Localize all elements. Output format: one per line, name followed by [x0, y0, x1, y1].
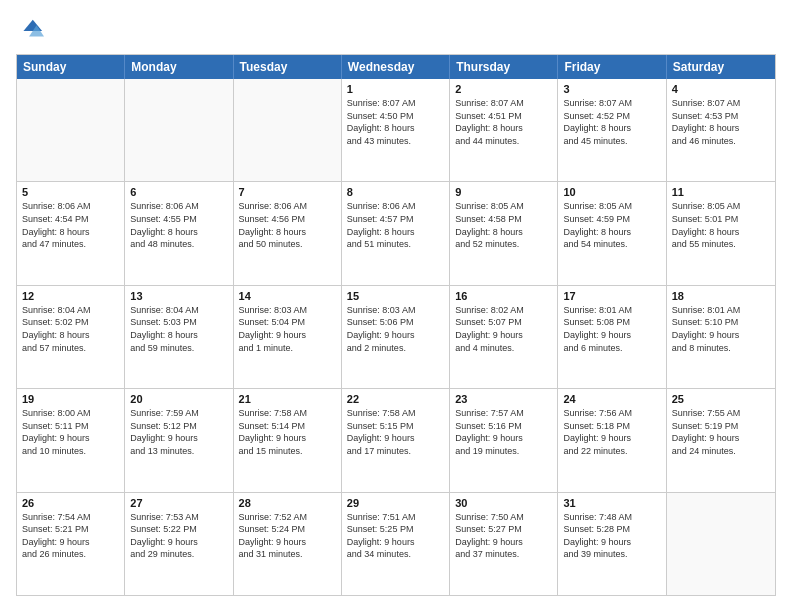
day-info: Sunrise: 7:53 AM Sunset: 5:22 PM Dayligh…	[130, 511, 227, 561]
cal-cell: 26Sunrise: 7:54 AM Sunset: 5:21 PM Dayli…	[17, 493, 125, 595]
calendar-body: 1Sunrise: 8:07 AM Sunset: 4:50 PM Daylig…	[17, 79, 775, 595]
cal-cell: 8Sunrise: 8:06 AM Sunset: 4:57 PM Daylig…	[342, 182, 450, 284]
day-info: Sunrise: 7:52 AM Sunset: 5:24 PM Dayligh…	[239, 511, 336, 561]
cal-cell: 13Sunrise: 8:04 AM Sunset: 5:03 PM Dayli…	[125, 286, 233, 388]
cal-cell: 31Sunrise: 7:48 AM Sunset: 5:28 PM Dayli…	[558, 493, 666, 595]
day-info: Sunrise: 8:06 AM Sunset: 4:56 PM Dayligh…	[239, 200, 336, 250]
logo-icon	[16, 16, 44, 44]
day-info: Sunrise: 7:58 AM Sunset: 5:15 PM Dayligh…	[347, 407, 444, 457]
day-number: 14	[239, 290, 336, 302]
day-info: Sunrise: 8:01 AM Sunset: 5:08 PM Dayligh…	[563, 304, 660, 354]
day-info: Sunrise: 7:57 AM Sunset: 5:16 PM Dayligh…	[455, 407, 552, 457]
col-header-wednesday: Wednesday	[342, 55, 450, 79]
day-info: Sunrise: 7:50 AM Sunset: 5:27 PM Dayligh…	[455, 511, 552, 561]
day-info: Sunrise: 8:06 AM Sunset: 4:57 PM Dayligh…	[347, 200, 444, 250]
day-number: 27	[130, 497, 227, 509]
day-number: 29	[347, 497, 444, 509]
cal-cell: 28Sunrise: 7:52 AM Sunset: 5:24 PM Dayli…	[234, 493, 342, 595]
day-number: 18	[672, 290, 770, 302]
day-info: Sunrise: 7:48 AM Sunset: 5:28 PM Dayligh…	[563, 511, 660, 561]
week-row-5: 26Sunrise: 7:54 AM Sunset: 5:21 PM Dayli…	[17, 493, 775, 595]
day-number: 13	[130, 290, 227, 302]
cal-cell: 1Sunrise: 8:07 AM Sunset: 4:50 PM Daylig…	[342, 79, 450, 181]
day-number: 4	[672, 83, 770, 95]
day-number: 8	[347, 186, 444, 198]
cal-cell: 11Sunrise: 8:05 AM Sunset: 5:01 PM Dayli…	[667, 182, 775, 284]
day-number: 7	[239, 186, 336, 198]
calendar: SundayMondayTuesdayWednesdayThursdayFrid…	[16, 54, 776, 596]
cal-cell: 5Sunrise: 8:06 AM Sunset: 4:54 PM Daylig…	[17, 182, 125, 284]
day-info: Sunrise: 8:02 AM Sunset: 5:07 PM Dayligh…	[455, 304, 552, 354]
cal-cell: 19Sunrise: 8:00 AM Sunset: 5:11 PM Dayli…	[17, 389, 125, 491]
day-info: Sunrise: 7:59 AM Sunset: 5:12 PM Dayligh…	[130, 407, 227, 457]
col-header-monday: Monday	[125, 55, 233, 79]
day-info: Sunrise: 8:04 AM Sunset: 5:02 PM Dayligh…	[22, 304, 119, 354]
day-number: 24	[563, 393, 660, 405]
cal-cell: 4Sunrise: 8:07 AM Sunset: 4:53 PM Daylig…	[667, 79, 775, 181]
day-number: 3	[563, 83, 660, 95]
day-info: Sunrise: 8:06 AM Sunset: 4:55 PM Dayligh…	[130, 200, 227, 250]
cal-cell: 2Sunrise: 8:07 AM Sunset: 4:51 PM Daylig…	[450, 79, 558, 181]
cal-cell: 17Sunrise: 8:01 AM Sunset: 5:08 PM Dayli…	[558, 286, 666, 388]
cal-cell: 7Sunrise: 8:06 AM Sunset: 4:56 PM Daylig…	[234, 182, 342, 284]
day-number: 15	[347, 290, 444, 302]
cal-cell: 14Sunrise: 8:03 AM Sunset: 5:04 PM Dayli…	[234, 286, 342, 388]
day-info: Sunrise: 7:58 AM Sunset: 5:14 PM Dayligh…	[239, 407, 336, 457]
day-info: Sunrise: 8:07 AM Sunset: 4:53 PM Dayligh…	[672, 97, 770, 147]
day-number: 20	[130, 393, 227, 405]
day-info: Sunrise: 8:01 AM Sunset: 5:10 PM Dayligh…	[672, 304, 770, 354]
page: SundayMondayTuesdayWednesdayThursdayFrid…	[0, 0, 792, 612]
cal-cell: 27Sunrise: 7:53 AM Sunset: 5:22 PM Dayli…	[125, 493, 233, 595]
col-header-friday: Friday	[558, 55, 666, 79]
cal-cell: 22Sunrise: 7:58 AM Sunset: 5:15 PM Dayli…	[342, 389, 450, 491]
day-number: 21	[239, 393, 336, 405]
cal-cell: 24Sunrise: 7:56 AM Sunset: 5:18 PM Dayli…	[558, 389, 666, 491]
cal-cell	[667, 493, 775, 595]
day-info: Sunrise: 7:56 AM Sunset: 5:18 PM Dayligh…	[563, 407, 660, 457]
week-row-1: 1Sunrise: 8:07 AM Sunset: 4:50 PM Daylig…	[17, 79, 775, 182]
day-info: Sunrise: 8:07 AM Sunset: 4:52 PM Dayligh…	[563, 97, 660, 147]
col-header-saturday: Saturday	[667, 55, 775, 79]
day-info: Sunrise: 8:07 AM Sunset: 4:50 PM Dayligh…	[347, 97, 444, 147]
cal-cell: 3Sunrise: 8:07 AM Sunset: 4:52 PM Daylig…	[558, 79, 666, 181]
day-number: 25	[672, 393, 770, 405]
day-number: 9	[455, 186, 552, 198]
cal-cell: 6Sunrise: 8:06 AM Sunset: 4:55 PM Daylig…	[125, 182, 233, 284]
day-number: 30	[455, 497, 552, 509]
col-header-sunday: Sunday	[17, 55, 125, 79]
day-number: 26	[22, 497, 119, 509]
cal-cell: 10Sunrise: 8:05 AM Sunset: 4:59 PM Dayli…	[558, 182, 666, 284]
day-number: 12	[22, 290, 119, 302]
cal-cell: 23Sunrise: 7:57 AM Sunset: 5:16 PM Dayli…	[450, 389, 558, 491]
cal-cell: 21Sunrise: 7:58 AM Sunset: 5:14 PM Dayli…	[234, 389, 342, 491]
day-number: 22	[347, 393, 444, 405]
cal-cell: 25Sunrise: 7:55 AM Sunset: 5:19 PM Dayli…	[667, 389, 775, 491]
day-info: Sunrise: 8:05 AM Sunset: 5:01 PM Dayligh…	[672, 200, 770, 250]
day-info: Sunrise: 7:54 AM Sunset: 5:21 PM Dayligh…	[22, 511, 119, 561]
day-number: 6	[130, 186, 227, 198]
header	[16, 16, 776, 44]
day-info: Sunrise: 8:03 AM Sunset: 5:04 PM Dayligh…	[239, 304, 336, 354]
cal-cell	[125, 79, 233, 181]
day-number: 5	[22, 186, 119, 198]
day-number: 28	[239, 497, 336, 509]
week-row-3: 12Sunrise: 8:04 AM Sunset: 5:02 PM Dayli…	[17, 286, 775, 389]
day-number: 11	[672, 186, 770, 198]
cal-cell: 9Sunrise: 8:05 AM Sunset: 4:58 PM Daylig…	[450, 182, 558, 284]
cal-cell: 15Sunrise: 8:03 AM Sunset: 5:06 PM Dayli…	[342, 286, 450, 388]
day-number: 1	[347, 83, 444, 95]
day-info: Sunrise: 8:00 AM Sunset: 5:11 PM Dayligh…	[22, 407, 119, 457]
cal-cell: 20Sunrise: 7:59 AM Sunset: 5:12 PM Dayli…	[125, 389, 233, 491]
cal-cell: 18Sunrise: 8:01 AM Sunset: 5:10 PM Dayli…	[667, 286, 775, 388]
day-number: 19	[22, 393, 119, 405]
day-info: Sunrise: 8:03 AM Sunset: 5:06 PM Dayligh…	[347, 304, 444, 354]
col-header-thursday: Thursday	[450, 55, 558, 79]
day-number: 31	[563, 497, 660, 509]
col-header-tuesday: Tuesday	[234, 55, 342, 79]
day-number: 10	[563, 186, 660, 198]
day-info: Sunrise: 8:07 AM Sunset: 4:51 PM Dayligh…	[455, 97, 552, 147]
cal-cell: 29Sunrise: 7:51 AM Sunset: 5:25 PM Dayli…	[342, 493, 450, 595]
day-number: 23	[455, 393, 552, 405]
svg-marker-0	[23, 20, 42, 31]
cal-cell: 30Sunrise: 7:50 AM Sunset: 5:27 PM Dayli…	[450, 493, 558, 595]
